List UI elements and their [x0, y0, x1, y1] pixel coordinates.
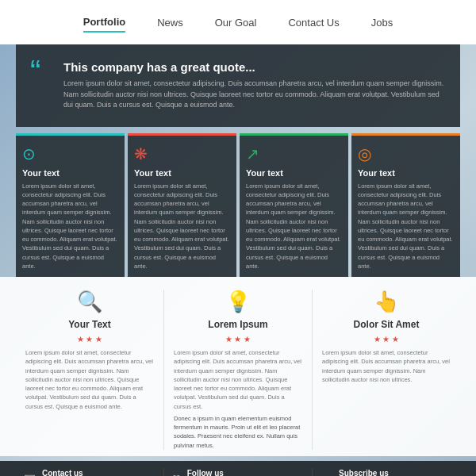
card-3-title: Your text: [246, 168, 342, 178]
footer-follow: ♥ Follow us Lorem ipsum dolor sit amet, …: [164, 469, 313, 476]
hero-title: This company has a great quote...: [63, 60, 444, 74]
mail-icon: ✉: [24, 470, 36, 476]
feature-2-stars: ★ ★ ★: [174, 335, 302, 344]
footer-subscribe-title: Subscribe us: [339, 469, 394, 476]
nav-news[interactable]: News: [157, 13, 183, 32]
card-1-icon: ⊙: [22, 144, 118, 163]
footer-subscribe-content: Subscribe us SUBSCRIBE: [339, 469, 394, 476]
card-3-icon: ↗: [246, 144, 342, 163]
card-4-text: Lorem ipsum dolor sit amet, consectetur …: [358, 182, 454, 271]
hand-icon: 👆: [322, 290, 451, 314]
card-1: ⊙ Your text Lorem ipsum dolor sit amet, …: [16, 133, 125, 278]
hero-content: This company has a great quote... Lorem …: [63, 60, 444, 111]
card-3-text: Lorem ipsum dolor sit amet, consectetur …: [246, 182, 342, 271]
feature-3-text: Lorem ipsum dolor sit amet, consectetur …: [322, 348, 451, 384]
feature-3: 👆 Dolor Sit Amet ★ ★ ★ Lorem ipsum dolor…: [313, 290, 460, 450]
feature-2: 💡 Lorem Ipsum ★ ★ ★ Lorem ipsum dolor si…: [164, 290, 313, 450]
quote-mark-icon: “: [30, 56, 40, 87]
pencil-icon: ✏: [321, 470, 332, 476]
nav-contact-us[interactable]: Contact Us: [288, 13, 339, 32]
feature-1-title: Your Text: [25, 319, 154, 330]
card-4: ◎ Your text Lorem ipsum dolor sit amet, …: [351, 133, 460, 278]
feature-2-title: Lorem Ipsum: [174, 319, 302, 330]
features-section: 🔍 Your Text ★ ★ ★ Lorem ipsum dolor sit …: [0, 277, 476, 456]
nav-jobs[interactable]: Jobs: [371, 13, 393, 32]
card-2-title: Your text: [134, 168, 230, 178]
feature-1: 🔍 Your Text ★ ★ ★ Lorem ipsum dolor sit …: [16, 290, 164, 450]
card-4-icon: ◎: [358, 144, 454, 163]
feature-3-title: Dolor Sit Amet: [322, 319, 451, 330]
footer-follow-title: Follow us: [187, 469, 304, 476]
feature-1-text: Lorem ipsum dolor sit amet, consectetur …: [25, 348, 154, 411]
feature-2-extra: Donec a ipsum in quam elementum euismod …: [174, 414, 302, 450]
footer-contact-content: Contact us Lorem ipsum dolor sit amet, c…: [42, 469, 155, 476]
card-3: ↗ Your text Lorem ipsum dolor sit amet, …: [240, 133, 348, 278]
main-nav: Portfolio News Our Goal Contact Us Jobs: [0, 0, 476, 44]
footer-follow-content: Follow us Lorem ipsum dolor sit amet, co…: [187, 469, 304, 476]
card-4-title: Your text: [358, 168, 454, 178]
card-1-text: Lorem ipsum dolor sit amet, consectetur …: [22, 182, 118, 271]
card-2-text: Lorem ipsum dolor sit amet, consectetur …: [134, 182, 230, 271]
feature-3-stars: ★ ★ ★: [322, 335, 451, 344]
card-3-bar: [240, 133, 348, 136]
footer-contact-title: Contact us: [42, 469, 155, 476]
card-2-bar: [128, 133, 236, 136]
cards-row: ⊙ Your text Lorem ipsum dolor sit amet, …: [16, 133, 460, 278]
footer: ✉ Contact us Lorem ipsum dolor sit amet,…: [0, 461, 476, 476]
card-1-bar: [16, 133, 125, 136]
nav-portfolio[interactable]: Portfolio: [83, 13, 125, 33]
hero-text: Lorem ipsum dolor sit amet, consectetur …: [63, 79, 444, 111]
card-2-icon: ❋: [134, 144, 230, 163]
nav-our-goal[interactable]: Our Goal: [215, 13, 257, 32]
footer-subscribe: ✏ Subscribe us SUBSCRIBE: [313, 469, 460, 476]
feature-1-stars: ★ ★ ★: [25, 335, 154, 344]
hero-section: “ This company has a great quote... Lore…: [16, 44, 460, 127]
card-1-title: Your text: [22, 168, 118, 178]
card-2: ❋ Your text Lorem ipsum dolor sit amet, …: [128, 133, 236, 278]
heart-icon: ♥: [172, 470, 181, 476]
search-icon: 🔍: [25, 290, 154, 314]
card-4-bar: [351, 133, 460, 136]
feature-2-text: Lorem ipsum dolor sit amet, consectetur …: [174, 348, 302, 411]
bulb-icon: 💡: [174, 290, 302, 314]
footer-contact: ✉ Contact us Lorem ipsum dolor sit amet,…: [16, 469, 164, 476]
